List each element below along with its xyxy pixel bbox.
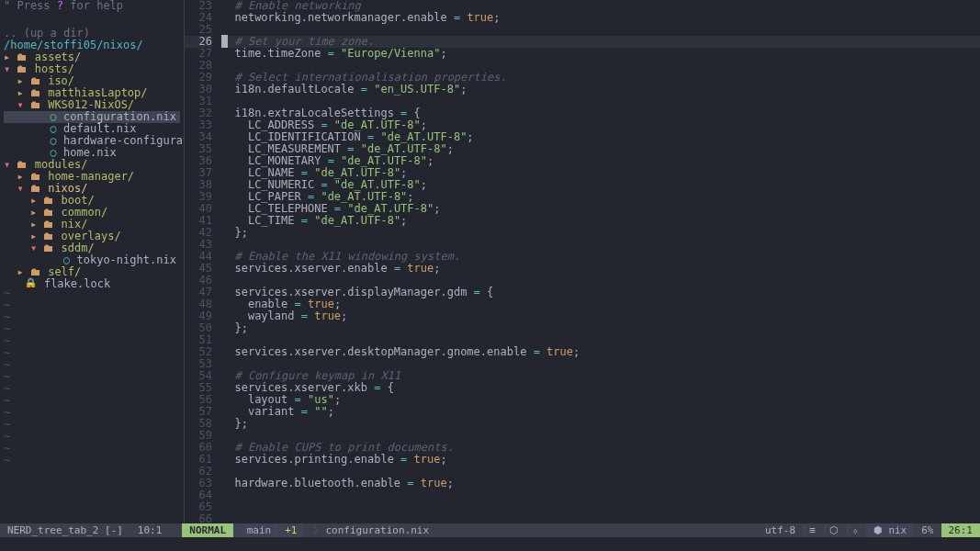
- line-number-gutter: 2324252627282930313233343536373839404142…: [185, 0, 221, 523]
- file-icon: ○: [63, 253, 70, 266]
- git-diff-add: +1: [285, 524, 297, 536]
- code-line[interactable]: variant = "";: [221, 406, 980, 418]
- tree-file[interactable]: 🔒 flake.lock: [4, 278, 180, 287]
- code-area[interactable]: # Enable networking networking.networkma…: [221, 0, 980, 523]
- nerdtree-help-hint: " Press ? for help: [0, 0, 184, 12]
- folder-icon: 🖿: [43, 242, 54, 254]
- code-line[interactable]: time.timeZone = "Europe/Vienna";: [221, 48, 980, 60]
- status-inactive-pos: 10:1: [130, 523, 170, 537]
- lint-ok-icon: ⬡: [829, 524, 839, 536]
- code-line[interactable]: networking.networkmanager.enable = true;: [221, 12, 980, 24]
- folder-icon: 🖿: [30, 98, 41, 111]
- lint-warn-icon: ⬨: [852, 524, 859, 536]
- file-icon: ○: [51, 134, 57, 147]
- folder-icon: 🖿: [30, 74, 41, 87]
- code-line[interactable]: wayland = true;: [221, 310, 980, 322]
- code-line[interactable]: services.xserver.enable = true;: [221, 263, 980, 275]
- editor-pane[interactable]: 2324252627282930313233343536373839404142…: [185, 0, 980, 523]
- status-encoding: utf-8 〈 ≡ 〈 ⬡ 〈 ⬨: [758, 523, 866, 537]
- code-line[interactable]: };: [221, 227, 980, 239]
- nerdtree-up-dir[interactable]: .. (up a dir): [0, 24, 184, 39]
- code-line[interactable]: [221, 513, 980, 523]
- folder-icon: 🖿: [30, 182, 41, 195]
- folder-icon: 🖿: [30, 265, 41, 278]
- code-line[interactable]: i18n.defaultLocale = "en_US.UTF-8";: [221, 84, 980, 96]
- code-line[interactable]: [221, 489, 980, 501]
- status-percent: 6%: [914, 523, 941, 537]
- code-line[interactable]: };: [221, 418, 980, 430]
- code-line[interactable]: hardware.bluetooth.enable = true;: [221, 478, 980, 489]
- status-inactive-name: NERD_tree_tab_2 [-]: [0, 523, 130, 537]
- status-filetype: ⬢ nix: [866, 523, 915, 537]
- folder-icon: 🖿: [17, 62, 28, 75]
- file-icon: ○: [51, 146, 57, 159]
- file-tree-sidebar: " Press ? for help .. (up a dir) /home/s…: [0, 0, 185, 523]
- line-ending-icon: ≡: [809, 524, 816, 536]
- code-line[interactable]: };: [221, 322, 980, 334]
- status-branch: main 〉 +1: [233, 523, 304, 537]
- command-line[interactable]: [0, 537, 980, 551]
- code-line[interactable]: [221, 501, 980, 513]
- code-line[interactable]: services.xserver.desktopManager.gnome.en…: [221, 346, 980, 358]
- status-mode: NORMAL: [182, 523, 233, 537]
- folder-icon: 🖿: [43, 194, 54, 207]
- file-icon: ○: [51, 122, 57, 135]
- folder-icon: 🖿: [30, 86, 41, 99]
- filetype-icon: ⬢: [873, 524, 883, 536]
- code-line[interactable]: LC_TIME = "de_AT.UTF-8";: [221, 215, 980, 227]
- file-icon: ○: [51, 110, 57, 123]
- nerdtree-root-path[interactable]: /home/stoffi05/nixos/: [0, 39, 184, 51]
- folder-icon: 🖿: [43, 230, 54, 242]
- folder-icon: 🖿: [17, 158, 28, 171]
- lock-icon: 🔒: [24, 277, 38, 287]
- folder-icon: 🖿: [30, 170, 41, 183]
- gutter-tilde: ~~~~~~~~~~~~~~~: [0, 287, 184, 523]
- status-position: 26:1: [941, 523, 981, 537]
- file-tree[interactable]: ▸ 🖿 assets/▾ 🖿 hosts/ ▸ 🖿 iso/ ▸ 🖿 matth…: [0, 51, 184, 287]
- code-line[interactable]: services.printing.enable = true;: [221, 454, 980, 466]
- statusline: NERD_tree_tab_2 [-] 10:1 NORMAL main 〉 +…: [0, 523, 980, 537]
- status-filename: 〉 configuration.nix: [304, 523, 436, 537]
- code-line[interactable]: layout = "us";: [221, 394, 980, 406]
- folder-icon: 🖿: [43, 218, 54, 231]
- folder-icon: 🖿: [43, 206, 54, 219]
